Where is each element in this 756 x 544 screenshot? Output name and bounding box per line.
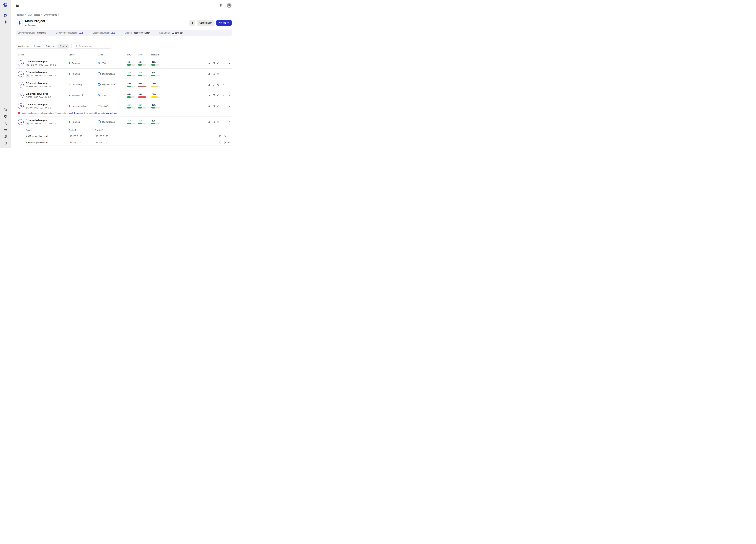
metrics-icon[interactable] (208, 121, 210, 123)
breadcrumb-environments[interactable]: Environments (44, 14, 57, 16)
restart-icon[interactable] (213, 105, 215, 107)
sidebar (0, 0, 11, 148)
server-row[interactable]: G2-mysql-slave-prod3x2 CPU • 4 GB RAM • … (16, 117, 232, 127)
menu-hamburger-icon[interactable] (16, 5, 19, 7)
expand-chevron-down-icon[interactable] (228, 62, 231, 64)
server-row[interactable]: G2-mysql-slave-prod2 CPU • 4 GB RAM • 80… (16, 79, 232, 90)
actions-button[interactable]: Actions (216, 20, 232, 26)
ram-bar-fill (138, 64, 142, 66)
server-row[interactable]: G2-mysql-slave-prod3x2 CPU • 4 GB RAM • … (16, 69, 232, 79)
server-name[interactable]: G2-mysql-slave-prod (26, 60, 56, 63)
restart-icon[interactable] (213, 94, 215, 97)
cluster-server-icon (18, 71, 24, 77)
expand-chevron-down-icon[interactable] (228, 94, 231, 97)
power-icon[interactable] (217, 94, 220, 97)
vultr-logo-icon (98, 62, 101, 65)
server-row[interactable]: G2-mysql-slave-prod2 CPU • 4 GB RAM • 80… (16, 101, 232, 111)
more-options-icon[interactable] (222, 83, 224, 86)
breadcrumb-projects[interactable]: Projects (16, 14, 24, 16)
info-value[interactable]: v1.1 (79, 32, 83, 34)
server-name[interactable]: G2-mysql-slave-prod (26, 119, 56, 122)
cpu-bar-fill (127, 64, 131, 66)
power-icon[interactable] (217, 121, 220, 123)
metrics-icon[interactable] (208, 105, 210, 107)
metrics-button[interactable] (189, 20, 195, 26)
organization-icon[interactable] (4, 108, 7, 112)
restart-icon[interactable] (213, 62, 215, 64)
restart-icon[interactable] (213, 121, 215, 123)
server-name[interactable]: G2-mysql-slave-prod (26, 103, 51, 106)
more-options-icon[interactable] (222, 105, 224, 107)
disk-bar (151, 123, 160, 124)
billing-card-icon[interactable] (4, 128, 7, 132)
bunnyshell-logo-icon[interactable] (2, 2, 8, 8)
power-icon[interactable] (217, 83, 220, 86)
more-options-icon[interactable] (228, 141, 230, 144)
server-row[interactable]: G2-mysql-slave-prod2 CPU • 4 GB RAM • 80… (16, 90, 232, 101)
expand-chevron-down-icon[interactable] (228, 105, 231, 107)
server-info: G2-mysql-slave-prod3x2 CPU • 4 GB RAM • … (26, 60, 56, 66)
server-name[interactable]: G2-mysql-slave-prod (26, 71, 56, 73)
power-icon[interactable] (223, 141, 226, 144)
chevron-right-icon: > (41, 13, 42, 16)
col-status[interactable]: Status (69, 54, 98, 56)
restart-agent-link[interactable]: restart the agent. (67, 112, 83, 114)
environments-layers-icon[interactable] (3, 13, 7, 17)
ram-percent: 45% (138, 72, 151, 74)
info-value: 21 days ago (172, 32, 183, 34)
topbar (11, 0, 237, 9)
tab-services[interactable]: Services (31, 44, 44, 48)
svg-text:aws: aws (98, 105, 101, 107)
col-cpu[interactable]: CPU (127, 54, 138, 56)
restart-icon[interactable] (213, 73, 215, 75)
col-ram[interactable]: RAM (138, 54, 151, 56)
disk-bar-fill (151, 86, 158, 87)
col-server[interactable]: Server (18, 54, 69, 56)
server-name[interactable]: G2-mysql-slave-prod (26, 82, 51, 84)
more-options-icon[interactable] (222, 94, 224, 97)
power-icon[interactable] (217, 73, 220, 75)
server-info: G2-mysql-slave-prod2 CPU • 4 GB RAM • 80… (26, 93, 51, 98)
tab-servers[interactable]: Servers (57, 44, 69, 48)
contact-us-link[interactable]: contact us. (106, 112, 117, 114)
info-value[interactable]: v1.2 (111, 32, 115, 34)
search-input[interactable] (79, 45, 110, 47)
more-options-icon[interactable] (222, 62, 224, 64)
external-share-icon[interactable] (4, 121, 7, 125)
col-cloud[interactable]: Cloud (98, 54, 127, 56)
metrics-icon[interactable] (208, 73, 210, 75)
power-icon[interactable] (217, 105, 220, 107)
help-icon[interactable] (4, 141, 7, 145)
server-row[interactable]: G2-mysql-slave-prod3x2 CPU • 4 GB RAM • … (16, 58, 232, 68)
more-options-icon[interactable] (222, 73, 224, 75)
subtable-row[interactable]: G2-mysql-slave-prod192.168.0.100192.168.… (26, 133, 232, 139)
restart-icon[interactable] (219, 141, 221, 144)
more-options-icon[interactable] (228, 135, 230, 137)
metrics-icon[interactable] (208, 94, 210, 97)
notifications-bell-icon[interactable] (219, 4, 222, 7)
chevron-down-icon (227, 22, 229, 24)
metrics-icon[interactable] (208, 62, 210, 64)
subtable-row[interactable]: G2-mysql-slave-prod192.168.0.100192.168.… (26, 139, 232, 146)
configuration-button[interactable]: Configuration (197, 20, 215, 26)
tab-applications[interactable]: Applications (16, 44, 31, 48)
breadcrumb-main-project[interactable]: Main Project (28, 14, 40, 16)
server-specs: 2 CPU • 4 GB RAM • 80 GB (26, 85, 51, 88)
restart-icon[interactable] (219, 135, 221, 137)
col-disk[interactable]: Root Disk (151, 54, 174, 56)
expand-chevron-down-icon[interactable] (228, 83, 231, 86)
metrics-icon[interactable] (208, 83, 210, 86)
expand-chevron-down-icon[interactable] (228, 73, 231, 75)
settings-gear-icon[interactable] (4, 115, 7, 118)
tab-databases[interactable]: Databases (44, 44, 58, 48)
collapse-chevron-up-icon[interactable] (228, 121, 231, 123)
power-icon[interactable] (223, 135, 226, 137)
more-options-icon[interactable] (222, 121, 224, 123)
exit-environment-icon[interactable] (4, 20, 7, 24)
power-icon[interactable] (217, 62, 220, 64)
restart-icon[interactable] (213, 83, 215, 86)
cloud-cell: Vultr (98, 62, 127, 65)
docs-book-icon[interactable] (4, 135, 7, 138)
server-name[interactable]: G2-mysql-slave-prod (26, 93, 51, 95)
user-avatar[interactable] (227, 3, 232, 8)
